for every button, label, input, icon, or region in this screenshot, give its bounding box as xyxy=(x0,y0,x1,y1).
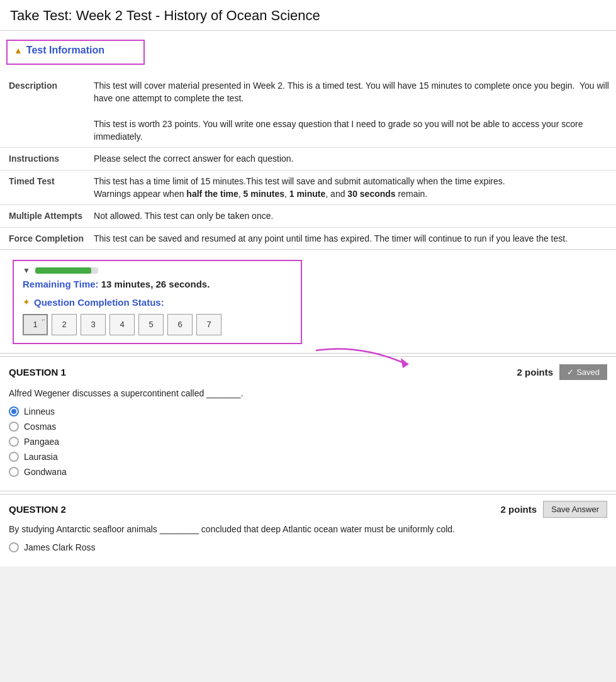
info-row-force: Force Completion This test can be saved … xyxy=(0,227,616,249)
info-row-instructions: Instructions Please select the correct a… xyxy=(0,148,616,170)
attempts-value: Not allowed. This test can only be taken… xyxy=(89,205,616,227)
question-numbers: 1 ⌐ 2 3 4 5 6 7 xyxy=(23,314,292,335)
remaining-label: Remaining Time: xyxy=(23,279,99,289)
answer-option-linneus[interactable]: Linneus xyxy=(9,406,607,416)
timer-collapse-icon[interactable]: ▼ xyxy=(23,266,30,275)
progress-bar-fill xyxy=(35,267,91,274)
question-1-body: Alfred Wegener discusses a supercontinen… xyxy=(0,387,616,491)
answer-option-pangaea[interactable]: Pangaea xyxy=(9,437,607,447)
test-information-box: ▲ Test Information xyxy=(6,40,145,65)
remaining-time-row: Remaining Time: 13 minutes, 26 seconds. xyxy=(23,279,292,289)
timed-test-label: Timed Test xyxy=(0,170,89,205)
test-info-title: Test Information xyxy=(26,45,104,56)
radio-laurasia[interactable] xyxy=(9,452,19,462)
svg-marker-0 xyxy=(401,358,409,368)
radio-gondwana[interactable] xyxy=(9,467,19,477)
question-2-save-button[interactable]: Save Answer xyxy=(543,501,607,518)
question-number-1[interactable]: 1 ⌐ xyxy=(23,314,48,335)
question-number-5[interactable]: 5 xyxy=(138,314,164,335)
radio-pangaea[interactable] xyxy=(9,437,19,447)
instructions-label: Instructions xyxy=(0,148,89,170)
radio-james[interactable] xyxy=(9,542,19,552)
answer-label-laurasia: Laurasia xyxy=(24,452,58,462)
description-label: Description xyxy=(0,75,89,148)
question-1-title: QUESTION 1 xyxy=(9,367,66,377)
test-info-table: Description This test will cover materia… xyxy=(0,75,616,249)
annotation-arrow xyxy=(310,344,435,376)
info-row-attempts: Multiple Attempts Not allowed. This test… xyxy=(0,205,616,227)
question-number-2[interactable]: 2 xyxy=(52,314,77,335)
progress-bar xyxy=(35,267,98,274)
completion-status-header: ✦ Question Completion Status: xyxy=(23,297,292,308)
force-completion-label: Force Completion xyxy=(0,227,89,249)
attempts-label: Multiple Attempts xyxy=(0,205,89,227)
timer-status-wrapper: ▼ Remaining Time: 13 minutes, 26 seconds… xyxy=(0,250,616,353)
instructions-value: Please select the correct answer for eac… xyxy=(89,148,616,170)
collapse-icon[interactable]: ▲ xyxy=(14,45,23,55)
answer-label-cosmas: Cosmas xyxy=(24,422,56,432)
question-1-points: 2 points xyxy=(517,367,554,377)
question-number-3[interactable]: 3 xyxy=(81,314,106,335)
completion-status-title: Question Completion Status: xyxy=(34,297,164,308)
question-1-saved-button[interactable]: ✓ Saved xyxy=(559,364,607,380)
radio-linneus[interactable] xyxy=(9,406,19,416)
question-2-header: QUESTION 2 2 points Save Answer xyxy=(0,495,616,523)
question-number-4[interactable]: 4 xyxy=(109,314,135,335)
question-number-6[interactable]: 6 xyxy=(167,314,193,335)
question-2-text: By studying Antarctic seafloor animals _… xyxy=(9,523,607,536)
saved-label: Saved xyxy=(576,367,600,377)
arrow-annotation xyxy=(385,363,511,382)
timed-test-value: This test has a time limit of 15 minutes… xyxy=(89,170,616,205)
answer-label-gondwana: Gondwana xyxy=(24,467,67,477)
question-1-header: QUESTION 1 2 points ✓ Saved xyxy=(0,357,616,387)
page-title: Take Test: Week 2 Test - History of Ocea… xyxy=(0,0,616,31)
question-2-body: By studying Antarctic seafloor animals _… xyxy=(0,523,616,566)
remaining-value: 13 minutes, 26 seconds. xyxy=(101,279,210,289)
timer-bar-row: ▼ xyxy=(23,266,292,275)
star-icon: ✦ xyxy=(23,297,30,307)
question-1-text: Alfred Wegener discusses a supercontinen… xyxy=(9,387,607,400)
description-value: This test will cover material presented … xyxy=(89,75,616,148)
question-number-7[interactable]: 7 xyxy=(196,314,221,335)
question-2-title: QUESTION 2 xyxy=(9,504,66,515)
test-info-header: ▲ Test Information xyxy=(14,45,137,56)
question-2-points: 2 points xyxy=(501,504,537,515)
answer-option-james[interactable]: James Clark Ross xyxy=(9,542,607,552)
question-2-section: QUESTION 2 2 points Save Answer By study… xyxy=(0,494,616,566)
checkmark-icon: ✓ xyxy=(567,367,574,377)
question-2-right: 2 points Save Answer xyxy=(501,501,607,518)
answer-option-laurasia[interactable]: Laurasia xyxy=(9,452,607,462)
info-row-description: Description This test will cover materia… xyxy=(0,75,616,148)
answer-label-pangaea: Pangaea xyxy=(24,437,59,447)
question-1-section: QUESTION 1 2 points ✓ Saved xyxy=(0,356,616,491)
question-1-right: 2 points ✓ Saved xyxy=(385,363,607,382)
answer-label-linneus: Linneus xyxy=(24,406,55,416)
answer-label-james: James Clark Ross xyxy=(24,542,96,552)
radio-cosmas[interactable] xyxy=(9,422,19,432)
answer-option-cosmas[interactable]: Cosmas xyxy=(9,422,607,432)
info-row-timed: Timed Test This test has a time limit of… xyxy=(0,170,616,205)
answer-option-gondwana[interactable]: Gondwana xyxy=(9,467,607,477)
force-completion-value: This test can be saved and resumed at an… xyxy=(89,227,616,249)
timer-status-box: ▼ Remaining Time: 13 minutes, 26 seconds… xyxy=(13,260,302,344)
